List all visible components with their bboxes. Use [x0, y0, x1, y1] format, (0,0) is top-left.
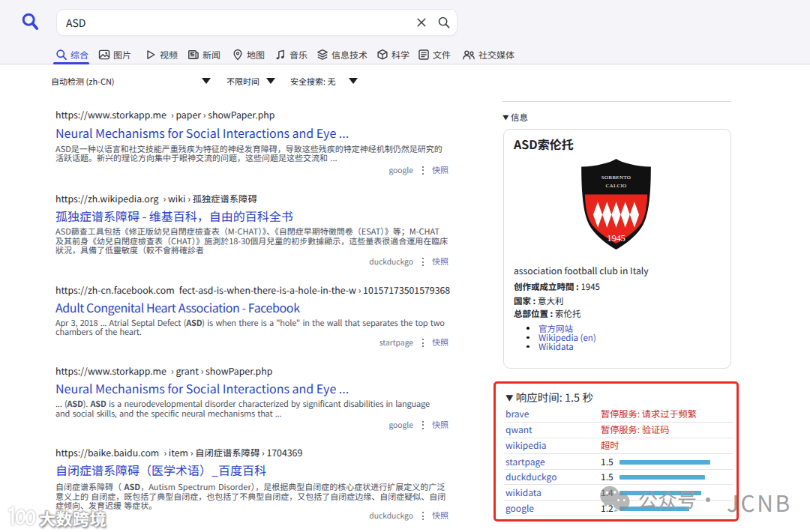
- svg-text:CALCIO: CALCIO: [606, 183, 627, 189]
- svg-text:SORRENTO: SORRENTO: [602, 175, 631, 181]
- svg-text:1945: 1945: [607, 233, 625, 244]
